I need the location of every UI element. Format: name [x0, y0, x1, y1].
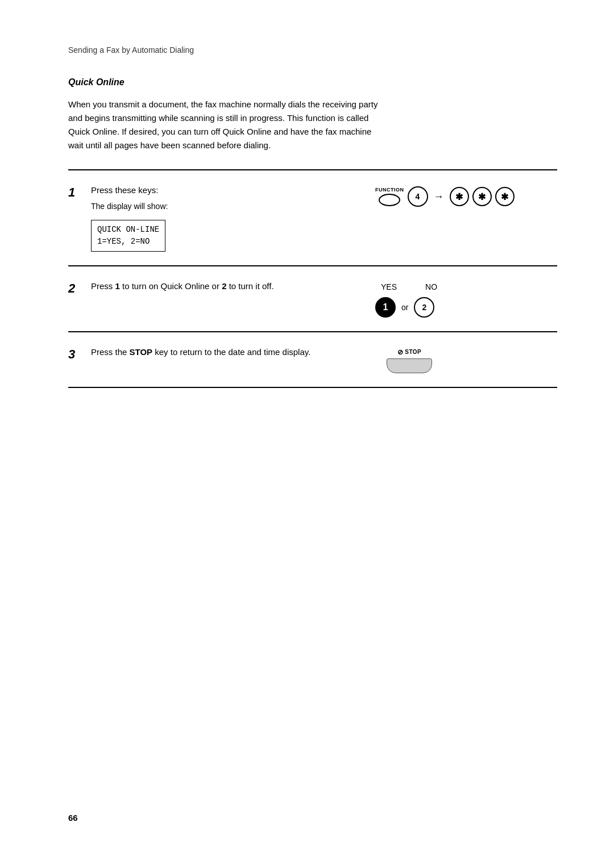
yes-label: YES [381, 282, 397, 291]
page-number: 66 [68, 813, 78, 823]
step-1: 1 Press these keys: The display will sho… [68, 170, 557, 266]
stop-icon: ⊘ [397, 348, 404, 356]
step-1-content: Press these keys: The display will show:… [91, 184, 375, 252]
star-key-3: ✱ [495, 187, 515, 206]
or-text: or [401, 303, 408, 312]
step-2-number: 2 [68, 280, 91, 296]
step-3-visual: ⊘ STOP [375, 346, 557, 373]
breadcrumb: Sending a Fax by Automatic Dialing [68, 45, 557, 55]
stop-key-container: ⊘ STOP [375, 348, 443, 373]
step-1-display-label: The display will show: [91, 202, 364, 211]
function-key: FUNCTION [375, 187, 404, 206]
step-1-instruction: Press these keys: [91, 184, 364, 197]
section-title: Quick Online [68, 77, 557, 87]
step-2: 2 Press 1 to turn on Quick Online or 2 t… [68, 266, 557, 332]
page: Sending a Fax by Automatic Dialing Quick… [0, 0, 614, 868]
step-3: 3 Press the STOP key to return to the da… [68, 332, 557, 388]
step-3-number: 3 [68, 346, 91, 362]
arrow-icon: → [434, 191, 444, 203]
yes-no-labels: YES NO [381, 282, 437, 291]
section-description: When you transmit a document, the fax ma… [68, 98, 387, 152]
step-3-suffix: key to return to the date and time displ… [152, 347, 310, 357]
step-3-instruction: Press the STOP key to return to the date… [91, 346, 364, 359]
yes-no-keys: 1 or 2 [375, 297, 434, 318]
step-2-instruction: Press 1 to turn on Quick Online or 2 to … [91, 280, 364, 293]
key-4: 4 [408, 186, 428, 207]
function-label: FUNCTION [375, 187, 404, 193]
step-3-prefix: Press the [91, 347, 130, 357]
display-line2: 1=YES, 2=NO [97, 236, 159, 248]
no-label: NO [425, 282, 437, 291]
steps-container: 1 Press these keys: The display will sho… [68, 169, 557, 388]
step-2-content: Press 1 to turn on Quick Online or 2 to … [91, 280, 375, 293]
step-1-prefix: Press these keys: [91, 185, 158, 195]
step-3-bold: STOP [130, 347, 153, 357]
key-1: 1 [375, 297, 396, 318]
step-3-content: Press the STOP key to return to the date… [91, 346, 375, 359]
step-1-visual: FUNCTION 4 → ✱ ✱ ✱ [375, 184, 557, 207]
stop-text: STOP [405, 349, 421, 355]
stop-key [387, 358, 432, 373]
step-2-visual: YES NO 1 or 2 [375, 280, 557, 318]
display-box: QUICK ON-LINE 1=YES, 2=NO [91, 220, 165, 252]
step-1-number: 1 [68, 184, 91, 200]
key-2: 2 [414, 297, 434, 318]
stop-label: ⊘ STOP [397, 348, 422, 356]
star-key-2: ✱ [472, 187, 492, 206]
key-sequence-1: FUNCTION 4 → ✱ ✱ ✱ [375, 186, 515, 207]
yes-no-container: YES NO 1 or 2 [375, 282, 534, 318]
display-line1: QUICK ON-LINE [97, 224, 159, 236]
function-oval [379, 194, 400, 206]
star-key-1: ✱ [450, 187, 469, 206]
